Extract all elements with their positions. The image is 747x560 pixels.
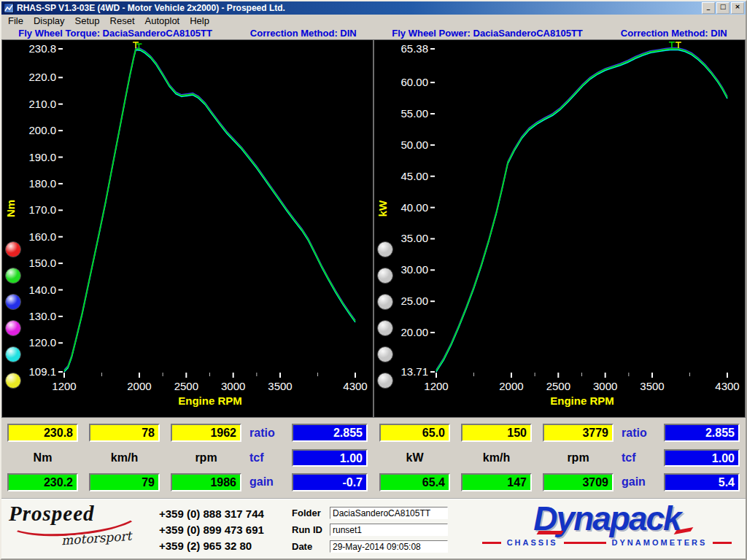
- power-curve-run-green: [436, 49, 727, 371]
- power-second-value: 65.4: [379, 473, 450, 491]
- phone-line-1: +359 (0) 888 317 744: [159, 506, 264, 522]
- peak-marker: [669, 42, 675, 48]
- phone-line-3: +359 (2) 965 32 80: [159, 538, 264, 554]
- torque-gain-value: -0.7: [292, 473, 368, 491]
- power-unit-label: kW: [379, 451, 450, 464]
- torque-chart-header: Fly Wheel Torque: DaciaSanderoCA8105TT C…: [1, 27, 374, 39]
- window-title: RHAS-SP V1.3-03E (4WD - Motor Vehicle 2x…: [17, 3, 700, 13]
- torque-peak-speed: 78: [89, 424, 160, 442]
- dynapack-dash-icon: [713, 542, 732, 544]
- power-chart-header: Fly Wheel Power: DaciaSanderoCA8105TT Co…: [374, 27, 746, 39]
- folder-label: Folder: [292, 508, 330, 518]
- power-correction-method: Correction Method: DIN: [621, 28, 727, 39]
- torque-readouts: 230.8 78 1962 Nm km/h rpm 230.2 79 1986 …: [1, 418, 374, 498]
- maximize-button[interactable]: □: [716, 2, 729, 14]
- ratio-label: ratio: [249, 427, 289, 440]
- menu-file[interactable]: File: [3, 15, 28, 27]
- dynapack-dash-icon: [564, 542, 606, 544]
- torque-curve-run-blue: [64, 48, 355, 370]
- power-peak-value: 65.0: [379, 424, 450, 442]
- torque-second-speed: 79: [89, 473, 160, 491]
- power-chart: kW Engine RPM 65.3860.0055.0050.0045.004…: [374, 39, 746, 418]
- date-label: Date: [292, 541, 330, 552]
- date-field[interactable]: 29-May-2014 09:05:08: [330, 540, 448, 553]
- power-second-speed: 147: [461, 473, 532, 491]
- runid-field[interactable]: runset1: [330, 524, 448, 536]
- gain-label: gain: [622, 475, 661, 489]
- menu-setup[interactable]: Setup: [70, 15, 105, 27]
- speed-unit-label: km/h: [461, 451, 532, 464]
- power-chart-title: Fly Wheel Power: DaciaSanderoCA8105TT: [392, 28, 583, 39]
- power-plot: [374, 40, 745, 417]
- footer-bar: Prospeed motorsport +359 (0) 888 317 744…: [1, 498, 746, 559]
- menu-autoplot[interactable]: Autoplot: [140, 15, 185, 27]
- prospeed-logo: Prospeed motorsport: [9, 502, 152, 557]
- torque-unit-label: Nm: [7, 451, 78, 464]
- torque-curve-run-cyan: [64, 50, 355, 372]
- dynapack-dynamometers-text: DYNAMOMETERS: [612, 538, 708, 547]
- power-ratio-value: 2.855: [664, 424, 740, 442]
- power-curve-run-blue: [436, 48, 727, 370]
- menu-reset[interactable]: Reset: [105, 15, 140, 27]
- prospeed-name: Prospeed: [9, 502, 152, 526]
- menu-display[interactable]: Display: [28, 15, 70, 27]
- power-peak-rpm: 3779: [543, 424, 614, 442]
- folder-field[interactable]: DaciaSanderoCA8105TT: [330, 507, 448, 519]
- dynapack-subtitle: CHASSIS DYNAMOMETERS: [470, 538, 744, 547]
- torque-curve-run-green: [64, 49, 355, 371]
- run-info-fields: Folder DaciaSanderoCA8105TT Run ID runse…: [292, 505, 448, 555]
- tcf-label: tcf: [249, 451, 289, 464]
- title-bar[interactable]: RHAS-SP V1.3-03E (4WD - Motor Vehicle 2x…: [1, 1, 746, 15]
- torque-second-rpm: 1986: [171, 473, 241, 491]
- speed-unit-label: km/h: [89, 451, 160, 464]
- runid-label: Run ID: [292, 524, 330, 535]
- menu-bar: File Display Setup Reset Autoplot Help: [1, 15, 746, 27]
- close-button[interactable]: ×: [731, 2, 744, 14]
- torque-peak-rpm: 1962: [171, 424, 241, 442]
- torque-correction-method: Correction Method: DIN: [250, 28, 357, 39]
- dynapack-name: Dynapack: [533, 499, 680, 537]
- readouts-row: 230.8 78 1962 Nm km/h rpm 230.2 79 1986 …: [1, 418, 746, 498]
- rpm-unit-label: rpm: [543, 451, 614, 464]
- torque-peak-value: 230.8: [7, 424, 78, 442]
- dynapack-dash-icon: [482, 542, 501, 544]
- power-gain-value: 5.4: [664, 473, 740, 491]
- torque-chart: Nm Engine RPM 230.8220.0210.0200.0190.01…: [1, 39, 374, 418]
- rpm-unit-label: rpm: [171, 451, 241, 464]
- phone-numbers: +359 (0) 888 317 744 +359 (0) 899 473 69…: [159, 506, 264, 554]
- power-readouts: 65.0 150 3779 kW km/h rpm 65.4 147 3709 …: [374, 418, 746, 498]
- phone-line-2: +359 (0) 899 473 691: [159, 522, 264, 538]
- dynapack-chassis-text: CHASSIS: [507, 538, 558, 547]
- power-second-rpm: 3709: [543, 473, 614, 491]
- power-tcf-value: 1.00: [664, 449, 740, 467]
- torque-plot: [2, 40, 373, 417]
- torque-panel: Fly Wheel Torque: DaciaSanderoCA8105TT C…: [1, 27, 374, 418]
- torque-second-value: 230.2: [7, 473, 78, 491]
- torque-ratio-value: 2.855: [292, 424, 368, 442]
- menu-help[interactable]: Help: [185, 15, 214, 27]
- power-peak-speed: 150: [461, 424, 532, 442]
- charts-row: Fly Wheel Torque: DaciaSanderoCA8105TT C…: [1, 27, 746, 418]
- ratio-label: ratio: [622, 427, 661, 440]
- tcf-label: tcf: [622, 451, 661, 464]
- app-icon: [4, 3, 14, 13]
- power-curve-run-cyan: [436, 50, 727, 372]
- peak-marker: [676, 42, 681, 48]
- power-panel: Fly Wheel Power: DaciaSanderoCA8105TT Co…: [374, 27, 746, 418]
- dynapack-red-swash-left: [537, 531, 564, 534]
- gain-label: gain: [249, 475, 289, 489]
- torque-tcf-value: 1.00: [292, 449, 368, 467]
- app-window: RHAS-SP V1.3-03E (4WD - Motor Vehicle 2x…: [0, 0, 747, 560]
- dynapack-logo: Dynapack CHASSIS DYNAMOMETERS: [470, 499, 744, 547]
- torque-chart-title: Fly Wheel Torque: DaciaSanderoCA8105TT: [18, 28, 212, 39]
- peak-marker: [133, 42, 139, 48]
- minimize-button[interactable]: _: [702, 2, 715, 14]
